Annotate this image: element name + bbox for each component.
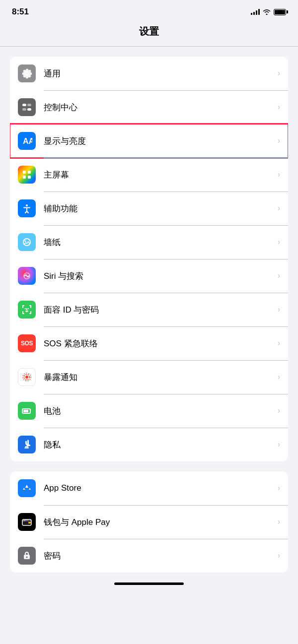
- chevron-icon: ›: [278, 170, 280, 179]
- svg-point-13: [25, 376, 28, 379]
- chevron-icon: ›: [278, 339, 280, 348]
- row-label-display: 显示与亮度: [44, 135, 274, 147]
- sos-icon: SOS: [18, 334, 36, 352]
- svg-text:AA: AA: [23, 137, 32, 145]
- chevron-icon: ›: [278, 271, 280, 280]
- svg-rect-23: [23, 519, 28, 520]
- toggle-icon: [18, 98, 36, 116]
- chevron-icon: ›: [278, 136, 280, 145]
- svg-rect-6: [28, 171, 31, 174]
- wallpaper-icon: [18, 233, 36, 251]
- settings-section-1: 通用 › 控制中心 › AA 显示与亮度 ›: [10, 57, 288, 461]
- settings-row-kongzhi[interactable]: 控制中心 ›: [10, 90, 288, 124]
- sos-text: SOS: [21, 340, 33, 347]
- svg-rect-1: [27, 104, 31, 106]
- settings-row-homescreen[interactable]: 主屏幕 ›: [10, 158, 288, 192]
- home-indicator: [114, 582, 184, 585]
- faceid-icon: [18, 301, 36, 319]
- battery-icon: [274, 9, 286, 15]
- settings-row-privacy[interactable]: 隐私 ›: [10, 428, 288, 461]
- homescreen-icon: [18, 166, 36, 184]
- chevron-icon: ›: [278, 406, 280, 415]
- privacy-icon: [18, 436, 36, 453]
- chevron-icon: ›: [278, 305, 280, 314]
- settings-row-sos[interactable]: SOS SOS 紧急联络 ›: [10, 326, 288, 360]
- row-label-wallpaper: 墙纸: [44, 237, 274, 248]
- chevron-icon: ›: [278, 238, 280, 247]
- settings-row-faceid[interactable]: 面容 ID 与密码 ›: [10, 293, 288, 326]
- signal-icon: [251, 9, 260, 15]
- chevron-icon: ›: [278, 517, 280, 526]
- wifi-icon: [263, 9, 271, 15]
- chevron-icon: ›: [278, 551, 280, 560]
- settings-row-password[interactable]: 密码 ›: [10, 539, 288, 573]
- wallet-icon: [18, 513, 36, 531]
- top-divider: [0, 46, 298, 47]
- chevron-icon: ›: [278, 484, 280, 493]
- status-bar: 8:51: [0, 0, 298, 21]
- row-label-wallet: 钱包与 Apple Pay: [44, 516, 274, 528]
- row-label-sos: SOS 紧急联络: [44, 338, 274, 349]
- siri-icon: [18, 267, 36, 285]
- chevron-icon: ›: [278, 69, 280, 78]
- svg-rect-5: [23, 171, 26, 174]
- row-label-battery: 电池: [44, 405, 274, 417]
- chevron-icon: ›: [278, 373, 280, 382]
- svg-rect-22: [23, 520, 25, 521]
- svg-point-10: [23, 239, 30, 246]
- accessibility-icon: [18, 199, 36, 217]
- svg-point-9: [26, 204, 28, 206]
- settings-section-2: App Store › 钱包与 Apple Pay ›: [10, 471, 288, 573]
- settings-row-tongyong[interactable]: 通用 ›: [10, 57, 288, 90]
- settings-row-accessibility[interactable]: 辅助功能 ›: [10, 192, 288, 225]
- exposure-icon: [18, 368, 36, 386]
- settings-row-appstore[interactable]: App Store ›: [10, 471, 288, 505]
- svg-rect-8: [28, 176, 31, 179]
- settings-row-display[interactable]: AA 显示与亮度 ›: [10, 124, 288, 158]
- svg-point-11: [25, 241, 26, 242]
- row-label-appstore: App Store: [44, 483, 274, 493]
- svg-point-25: [26, 557, 28, 558]
- page-title: 设置: [0, 21, 298, 46]
- row-label-privacy: 隐私: [44, 439, 274, 451]
- svg-rect-7: [23, 176, 26, 179]
- svg-rect-2: [22, 108, 26, 111]
- row-label-accessibility: 辅助功能: [44, 203, 274, 214]
- settings-row-wallet[interactable]: 钱包与 Apple Pay ›: [10, 505, 288, 539]
- status-time: 8:51: [12, 7, 29, 17]
- settings-row-wallpaper[interactable]: 墙纸 ›: [10, 225, 288, 259]
- svg-rect-0: [22, 104, 26, 106]
- gear-icon: [18, 64, 36, 82]
- battery-setting-icon: [18, 402, 36, 420]
- display-icon: AA: [18, 132, 36, 150]
- password-icon: [18, 547, 36, 565]
- row-label-password: 密码: [44, 550, 274, 562]
- settings-row-battery[interactable]: 电池 ›: [10, 394, 288, 428]
- row-label-siri: Siri 与搜索: [44, 270, 274, 282]
- row-label-exposure: 暴露通知: [44, 372, 274, 383]
- row-label-homescreen: 主屏幕: [44, 169, 274, 181]
- svg-rect-18: [23, 490, 31, 492]
- row-label-tongyong: 通用: [44, 68, 274, 79]
- svg-rect-3: [27, 108, 31, 111]
- chevron-icon: ›: [278, 440, 280, 449]
- appstore-icon: [18, 479, 36, 497]
- chevron-icon: ›: [278, 103, 280, 112]
- settings-row-siri[interactable]: Siri 与搜索 ›: [10, 259, 288, 293]
- chevron-icon: ›: [278, 204, 280, 213]
- status-icons: [251, 9, 286, 15]
- row-label-kongzhi: 控制中心: [44, 102, 274, 113]
- svg-rect-17: [23, 410, 28, 412]
- row-label-faceid: 面容 ID 与密码: [44, 304, 274, 316]
- svg-rect-21: [28, 522, 31, 523]
- settings-row-exposure[interactable]: 暴露通知 ›: [10, 360, 288, 394]
